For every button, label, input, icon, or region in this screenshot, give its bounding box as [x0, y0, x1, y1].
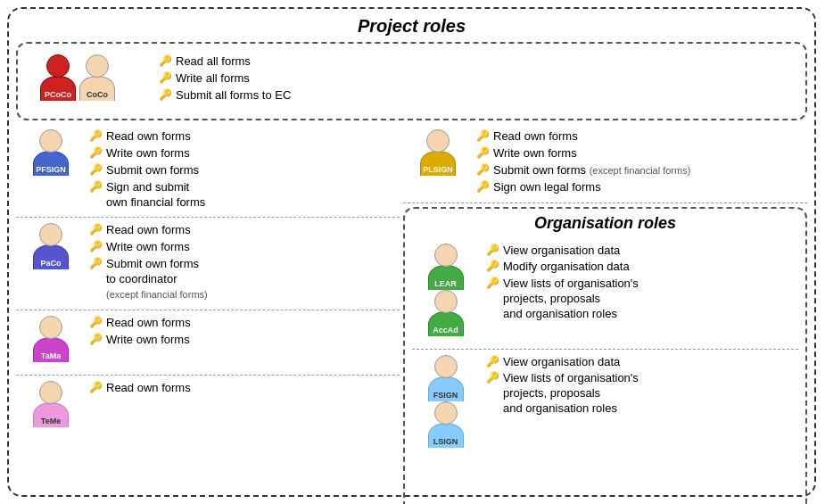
paco-label: PaCo: [40, 259, 61, 268]
teme-head: [39, 381, 62, 404]
pcoco-permissions: 🔑 Read all forms 🔑 Write all forms 🔑 Sub…: [159, 54, 291, 105]
right-column: PLSIGN 🔑 Read own forms 🔑 Write own form…: [403, 124, 807, 504]
tama-perm-text-1: Read own forms: [106, 316, 191, 331]
pcoco-body: PCoCo: [40, 76, 76, 101]
plsign-perm-4: 🔑 Sign own legal forms: [476, 180, 690, 195]
paco-perm-3: 🔑 Submit own formsto coordinator(except …: [89, 257, 208, 302]
plsign-avatar: PLSIGN: [414, 129, 462, 183]
org-roles-box: Organisation roles LEAR: [403, 207, 807, 504]
pfsign-section: PFSIGN 🔑 Read own forms 🔑 Write own form…: [16, 124, 400, 218]
perm-text-2: Write all forms: [176, 71, 250, 87]
key-pfsign-3: 🔑: [89, 163, 103, 178]
pfsign-perm-4: 🔑 Sign and submitown financial forms: [89, 180, 205, 211]
org-roles-title: Organisation roles: [412, 214, 798, 233]
main-layout: PFSIGN 🔑 Read own forms 🔑 Write own form…: [16, 124, 807, 504]
key-plsign-3: 🔑: [476, 163, 490, 178]
key-lear-2: 🔑: [486, 260, 499, 274]
key-lear-1: 🔑: [486, 244, 499, 258]
fsign-body: FSIGN: [428, 376, 464, 401]
fsign-label: FSIGN: [433, 391, 458, 400]
key-icon-3: 🔑: [159, 88, 172, 103]
plsign-perm-text-4: Sign own legal forms: [493, 180, 601, 195]
plsign-perm-1: 🔑 Read own forms: [476, 129, 690, 145]
pfsign-perm-text-3: Submit own forms: [106, 163, 199, 178]
fsign-head: [434, 355, 458, 378]
teme-body: TeMe: [33, 402, 69, 427]
key-tama-2: 🔑: [89, 333, 103, 347]
pcoco-head: [46, 54, 70, 78]
paco-row: PaCo 🔑 Read own forms 🔑 Write own forms: [20, 223, 396, 303]
lear-perm-text-3: View lists of organisation'sprojects, pr…: [503, 277, 639, 322]
lear-perm-text-1: View organisation data: [503, 244, 620, 259]
pfsign-body: PFSIGN: [33, 151, 69, 176]
plsign-body: PLSIGN: [420, 151, 456, 176]
teme-avatar: TeMe: [27, 381, 75, 434]
tama-avatar-container: TaMa: [20, 316, 82, 369]
fsign-perm-2: 🔑 View lists of organisation'sprojects, …: [486, 371, 639, 417]
pfsign-perm-text-1: Read own forms: [106, 129, 191, 145]
pfsign-avatar: PFSIGN: [27, 129, 75, 183]
fsign-perm-1: 🔑 View organisation data: [486, 355, 639, 370]
plsign-avatar-container: PLSIGN: [407, 129, 469, 183]
key-fsign-2: 🔑: [486, 371, 499, 385]
plsign-perm-text-3: Submit own forms (except financial forms…: [493, 163, 690, 178]
paco-permissions: 🔑 Read own forms 🔑 Write own forms 🔑 Sub…: [89, 223, 208, 303]
accad-head: [434, 290, 458, 313]
pfsign-head: [39, 129, 62, 153]
pfsign-perm-text-2: Write own forms: [106, 146, 190, 161]
tama-perm-2: 🔑 Write own forms: [89, 333, 191, 348]
tama-avatar: TaMa: [27, 316, 75, 369]
pfsign-permissions: 🔑 Read own forms 🔑 Write own forms 🔑 Sub…: [89, 129, 205, 211]
paco-perm-text-1: Read own forms: [106, 223, 191, 238]
key-fsign-1: 🔑: [486, 355, 499, 369]
lear-head: [434, 244, 458, 267]
lear-perm-2: 🔑 Modify organisation data: [486, 260, 639, 275]
pfsign-perm-text-4: Sign and submitown financial forms: [106, 180, 205, 211]
lear-body: LEAR: [428, 265, 464, 290]
tama-body: TaMa: [33, 337, 69, 362]
plsign-perm-text-1: Read own forms: [493, 129, 578, 145]
paco-perm-2: 🔑 Write own forms: [89, 240, 208, 255]
lsign-avatar: LSIGN: [422, 401, 470, 455]
plsign-section: PLSIGN 🔑 Read own forms 🔑 Write own form…: [403, 124, 807, 203]
pfsign-row: PFSIGN 🔑 Read own forms 🔑 Write own form…: [20, 129, 396, 211]
key-paco-3: 🔑: [89, 257, 103, 271]
perm-read-all: 🔑 Read all forms: [159, 54, 291, 70]
plsign-perm-2: 🔑 Write own forms: [476, 146, 690, 161]
key-pfsign-2: 🔑: [89, 146, 103, 161]
pfsign-perm-1: 🔑 Read own forms: [89, 129, 205, 145]
tama-row: TaMa 🔑 Read own forms 🔑 Write own forms: [20, 316, 396, 369]
key-plsign-1: 🔑: [476, 129, 490, 144]
project-roles-box: PCoCo CoCo 🔑 Read all forms 🔑 Writ: [16, 42, 807, 120]
left-column: PFSIGN 🔑 Read own forms 🔑 Write own form…: [16, 124, 400, 504]
main-container: Project roles PCoCo CoCo: [7, 7, 816, 497]
paco-section: PaCo 🔑 Read own forms 🔑 Write own forms: [16, 218, 400, 310]
key-paco-1: 🔑: [89, 223, 103, 237]
teme-avatar-container: TeMe: [20, 381, 82, 434]
tama-section: TaMa 🔑 Read own forms 🔑 Write own forms: [16, 310, 400, 376]
lear-perm-3: 🔑 View lists of organisation'sprojects, …: [486, 277, 639, 322]
lear-accad-permissions: 🔑 View organisation data 🔑 Modify organi…: [486, 244, 639, 324]
pfsign-label: PFSIGN: [36, 165, 66, 174]
lear-accad-avatars: LEAR AccAd: [412, 244, 479, 343]
plsign-perm-3: 🔑 Submit own forms (except financial for…: [476, 163, 690, 178]
lear-avatar: LEAR: [422, 244, 470, 297]
paco-body: PaCo: [33, 244, 69, 269]
paco-avatar: PaCo: [27, 223, 75, 277]
project-roles-title: Project roles: [16, 16, 807, 37]
pfsign-perm-3: 🔑 Submit own forms: [89, 163, 205, 178]
key-tama-1: 🔑: [89, 316, 103, 330]
fsign-perm-text-2: View lists of organisation'sprojects, pr…: [503, 371, 639, 417]
plsign-row: PLSIGN 🔑 Read own forms 🔑 Write own form…: [407, 129, 804, 197]
lear-perm-text-2: Modify organisation data: [503, 260, 630, 275]
lsign-label: LSIGN: [433, 437, 458, 446]
fsign-lsign-permissions: 🔑 View organisation data 🔑 View lists of…: [486, 355, 639, 419]
key-pfsign-4: 🔑: [89, 180, 103, 194]
fsign-avatar: FSIGN: [422, 355, 470, 409]
pcoco-row: PCoCo CoCo 🔑 Read all forms 🔑 Writ: [27, 49, 796, 113]
perm-submit-all: 🔑 Submit all forms to EC: [159, 88, 291, 103]
paco-head: [39, 223, 62, 246]
lear-accad-row: LEAR AccAd 🔑 View org: [412, 238, 798, 350]
key-pfsign-1: 🔑: [89, 129, 103, 144]
perm-write-all: 🔑 Write all forms: [159, 71, 291, 87]
